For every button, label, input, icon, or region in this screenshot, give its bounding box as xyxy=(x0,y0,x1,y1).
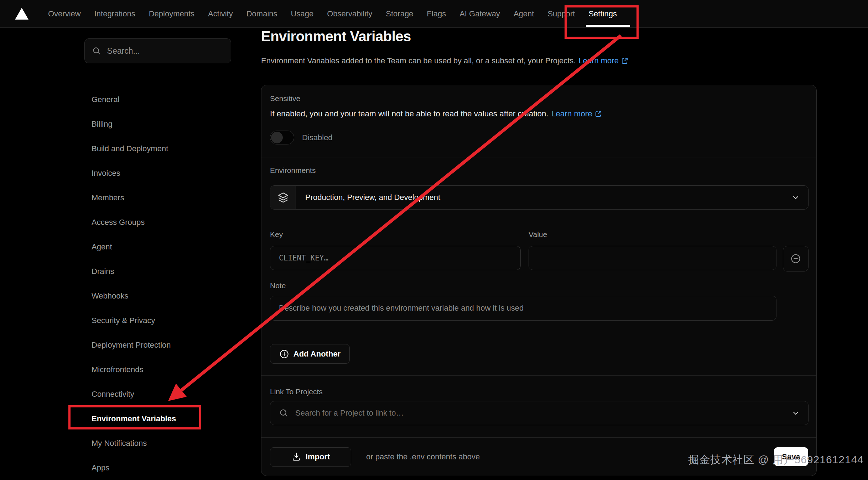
nav-item-agent[interactable]: Agent xyxy=(507,0,541,27)
sensitive-toggle-state: Disabled xyxy=(302,133,333,142)
sidebar-search-input[interactable] xyxy=(107,46,224,56)
sidebar-item-access-groups[interactable]: Access Groups xyxy=(0,210,235,234)
sensitive-learn-more-label: Learn more xyxy=(551,109,592,118)
key-label: Key xyxy=(270,230,283,239)
top-nav: Overview Integrations Deployments Activi… xyxy=(0,0,868,28)
import-button[interactable]: Import xyxy=(270,447,351,467)
sensitive-learn-more-link[interactable]: Learn more xyxy=(551,109,602,118)
sidebar-item-security-privacy[interactable]: Security & Privacy xyxy=(0,308,235,333)
section-divider xyxy=(261,222,816,222)
chevron-down-icon xyxy=(791,193,800,202)
section-divider xyxy=(261,158,816,158)
value-input[interactable] xyxy=(537,253,768,263)
sidebar-item-environment-variables[interactable]: Environment Variables xyxy=(0,406,235,431)
vercel-logo-icon[interactable] xyxy=(15,8,28,20)
circle-plus-icon xyxy=(279,349,289,359)
sidebar-item-billing[interactable]: Billing xyxy=(0,112,235,136)
external-link-icon xyxy=(594,110,602,118)
sidebar-item-microfrontends[interactable]: Microfrontends xyxy=(0,357,235,382)
add-another-label: Add Another xyxy=(293,349,341,359)
nav-item-settings[interactable]: Settings xyxy=(582,0,624,27)
nav-item-overview[interactable]: Overview xyxy=(41,0,88,27)
sidebar-item-invoices[interactable]: Invoices xyxy=(0,161,235,185)
sensitive-description-text: If enabled, you and your team will not b… xyxy=(270,109,549,118)
sidebar-search[interactable] xyxy=(84,38,231,63)
note-label: Note xyxy=(270,281,286,290)
toggle-knob xyxy=(271,132,283,143)
sidebar-item-agent[interactable]: Agent xyxy=(0,234,235,259)
import-label: Import xyxy=(306,452,330,461)
sidebar-item-connectivity[interactable]: Connectivity xyxy=(0,382,235,406)
import-hint: or paste the .env contents above xyxy=(366,452,480,461)
nav-item-integrations[interactable]: Integrations xyxy=(88,0,142,27)
search-icon xyxy=(279,408,289,418)
sidebar-item-general[interactable]: General xyxy=(0,87,235,112)
nav-item-observability[interactable]: Observability xyxy=(320,0,379,27)
sensitive-toggle[interactable] xyxy=(270,131,294,144)
layers-icon xyxy=(270,186,296,209)
nav-item-activity[interactable]: Activity xyxy=(201,0,240,27)
nav-item-deployments[interactable]: Deployments xyxy=(142,0,201,27)
page-title: Environment Variables xyxy=(261,28,411,44)
nav-item-ai-gateway[interactable]: AI Gateway xyxy=(453,0,507,27)
page-learn-more-link[interactable]: Learn more xyxy=(578,56,629,65)
sidebar-item-deployment-protection[interactable]: Deployment Protection xyxy=(0,333,235,357)
section-divider xyxy=(261,375,816,376)
remove-row-button[interactable] xyxy=(783,246,809,271)
nav-tabs: Overview Integrations Deployments Activi… xyxy=(41,0,624,27)
sidebar-item-drains[interactable]: Drains xyxy=(0,259,235,284)
chevron-down-icon xyxy=(791,408,800,418)
nav-item-settings-label: Settings xyxy=(588,9,617,19)
add-another-button[interactable]: Add Another xyxy=(270,344,350,364)
search-icon xyxy=(92,46,102,56)
environments-label: Environments xyxy=(270,166,316,175)
environments-select-value: Production, Preview, and Development xyxy=(296,193,440,202)
nav-item-flags[interactable]: Flags xyxy=(420,0,453,27)
settings-sidebar: General Billing Build and Deployment Inv… xyxy=(0,87,235,480)
sidebar-item-apps[interactable]: Apps xyxy=(0,455,235,480)
sidebar-item-members[interactable]: Members xyxy=(0,185,235,210)
external-link-icon xyxy=(621,57,629,65)
link-to-projects-label: Link To Projects xyxy=(270,387,323,396)
note-input[interactable] xyxy=(279,304,768,313)
environments-select[interactable]: Production, Preview, and Development xyxy=(270,185,809,210)
card-footer: Import or paste the .env contents above … xyxy=(261,437,816,476)
sidebar-item-my-notifications[interactable]: My Notifications xyxy=(0,431,235,455)
nav-item-support[interactable]: Support xyxy=(541,0,582,27)
key-field xyxy=(270,246,521,270)
page-description: Environment Variables added to the Team … xyxy=(261,56,629,65)
page-description-text: Environment Variables added to the Team … xyxy=(261,56,576,65)
page-learn-more-label: Learn more xyxy=(578,56,619,65)
nav-item-domains[interactable]: Domains xyxy=(240,0,284,27)
project-search-input[interactable] xyxy=(295,408,780,418)
value-label: Value xyxy=(529,230,547,239)
sidebar-item-webhooks[interactable]: Webhooks xyxy=(0,284,235,308)
link-to-projects-select[interactable] xyxy=(270,401,809,425)
note-field xyxy=(270,296,776,321)
nav-item-usage[interactable]: Usage xyxy=(284,0,321,27)
download-icon xyxy=(291,452,301,462)
sensitive-label: Sensitive xyxy=(270,94,300,103)
key-input[interactable] xyxy=(279,254,512,262)
active-tab-underline xyxy=(586,25,630,27)
value-field xyxy=(529,246,776,270)
environment-variables-card: Sensitive If enabled, you and your team … xyxy=(261,85,817,476)
save-button[interactable]: Save xyxy=(774,447,808,466)
sidebar-item-build-and-deployment[interactable]: Build and Deployment xyxy=(0,136,235,161)
nav-item-storage[interactable]: Storage xyxy=(379,0,420,27)
sensitive-description: If enabled, you and your team will not b… xyxy=(270,109,602,118)
circle-minus-icon xyxy=(790,253,801,264)
